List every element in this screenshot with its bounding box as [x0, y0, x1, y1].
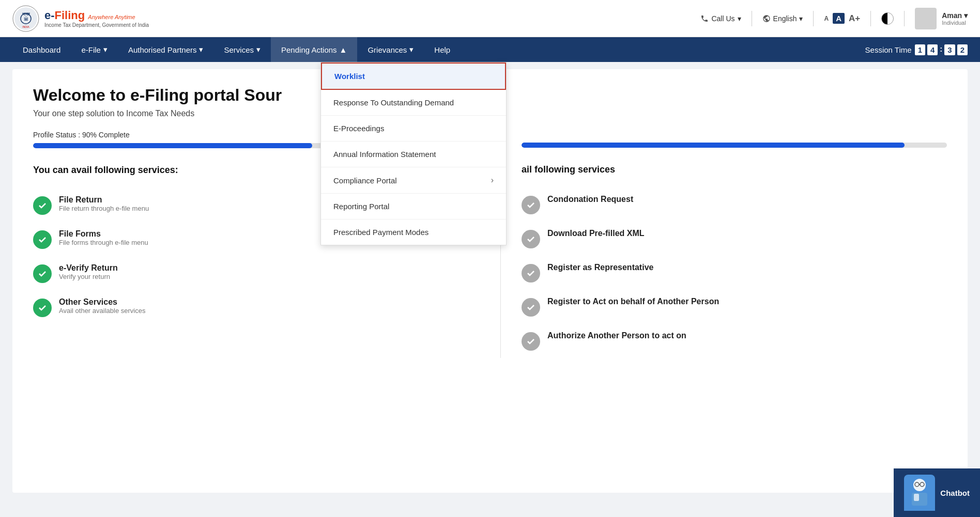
service-desc-4: Avail other available services — [59, 307, 145, 315]
service-desc-2: File forms through e-file menu — [59, 239, 148, 246]
progress-bar — [33, 143, 343, 148]
service-condonation: Condonation Request — [522, 187, 947, 222]
dropdown-item-annual-info[interactable]: Annual Information Statement — [321, 142, 506, 167]
font-large-button[interactable]: A+ — [849, 13, 860, 24]
session-digits: 1 4 : 3 2 — [915, 44, 968, 55]
dropdown-item-outstanding-demand[interactable]: Response To Outstanding Demand — [321, 90, 506, 116]
dropdown-item-worklist[interactable]: Worklist — [321, 62, 506, 90]
svg-rect-8 — [914, 494, 919, 501]
divider-4 — [904, 11, 905, 26]
svg-text:INDIA: INDIA — [22, 25, 29, 28]
service-other: Other Services Avail other available ser… — [33, 290, 480, 324]
session-digit-2: 4 — [927, 44, 938, 55]
service-check-icon-r5 — [522, 332, 540, 351]
service-check-icon-r2 — [522, 230, 540, 248]
right-column: ail following services Condonation Reque… — [500, 86, 947, 358]
service-name-2: File Forms — [59, 229, 148, 239]
progress-bar-fill — [33, 143, 312, 148]
service-name-4: Other Services — [59, 297, 145, 307]
nav-help[interactable]: Help — [424, 37, 461, 62]
nav-grievances[interactable]: Grievances ▾ — [357, 37, 424, 62]
service-name-r1: Condonation Request — [547, 195, 633, 204]
svg-text:🏛: 🏛 — [24, 17, 28, 22]
nav-services[interactable]: Services ▾ — [213, 37, 271, 62]
service-download-xml: Download Pre-filled XML — [522, 222, 947, 256]
call-us-button[interactable]: Call Us ▾ — [700, 14, 741, 23]
service-everify: e-Verify Return Verify your return — [33, 256, 480, 290]
logo-text: e-Filing Anywhere Anytime Income Tax Dep… — [44, 9, 149, 28]
service-check-icon-2 — [33, 230, 52, 249]
service-check-icon-3 — [33, 264, 52, 283]
service-authorize: Authorize Another Person to act on — [522, 324, 947, 358]
nav-authorised-partners[interactable]: Authorised Partners ▾ — [118, 37, 214, 62]
dropdown-item-reporting-portal[interactable]: Reporting Portal — [321, 194, 506, 220]
service-name-r3: Register as Representative — [547, 263, 653, 272]
logo-subtitle: Income Tax Department, Government of Ind… — [44, 22, 149, 28]
font-controls: A A A+ — [824, 13, 860, 24]
service-name-r2: Download Pre-filled XML — [547, 229, 645, 238]
user-type: Individual — [942, 20, 968, 26]
service-register-behalf: Register to Act on behalf of Another Per… — [522, 290, 947, 324]
service-check-icon-1 — [33, 196, 52, 215]
dropdown-item-prescribed-payment[interactable]: Prescribed Payment Modes — [321, 220, 506, 245]
compliance-portal-arrow: › — [491, 176, 494, 185]
avatar — [915, 8, 937, 29]
navbar: Dashboard e-File ▾ Authorised Partners ▾… — [0, 37, 980, 62]
pending-actions-dropdown: Worklist Response To Outstanding Demand … — [320, 62, 507, 245]
session-digit-4: 2 — [957, 44, 968, 55]
dropdown-item-eproceedings[interactable]: E-Proceedings — [321, 116, 506, 142]
language-selector[interactable]: English ▾ — [762, 14, 803, 23]
right-services-list: Condonation Request Download Pre-filled … — [522, 187, 947, 358]
service-check-icon-r3 — [522, 264, 540, 283]
divider-2 — [813, 11, 814, 26]
user-info: Aman ▾ Individual — [942, 11, 968, 26]
right-progress-fill — [522, 143, 905, 148]
service-name-3: e-Verify Return — [59, 263, 118, 273]
service-desc-3: Verify your return — [59, 273, 118, 280]
chatbot-label: Chatbot — [940, 489, 970, 497]
service-name-r4: Register to Act on behalf of Another Per… — [547, 297, 719, 306]
font-medium-button[interactable]: A — [833, 13, 845, 24]
session-timer: Session Time 1 4 : 3 2 — [865, 44, 968, 55]
contrast-toggle[interactable] — [881, 12, 894, 25]
service-name-r5: Authorize Another Person to act on — [547, 331, 686, 340]
nav-dashboard[interactable]: Dashboard — [12, 37, 71, 62]
language-label: English — [773, 14, 797, 23]
call-us-label: Call Us — [711, 14, 734, 23]
emblem-icon: भारत 🏛 INDIA — [12, 5, 39, 32]
font-small-button[interactable]: A — [824, 15, 829, 22]
divider-3 — [870, 11, 871, 26]
user-area[interactable]: Aman ▾ Individual — [915, 8, 968, 29]
chatbot-avatar — [904, 475, 935, 511]
session-digit-1: 1 — [915, 44, 925, 55]
service-desc-1: File return through e-file menu — [59, 205, 149, 212]
service-check-icon-r1 — [522, 196, 540, 214]
service-check-icon-4 — [33, 299, 52, 317]
header-actions: Call Us ▾ English ▾ A A A+ Aman ▾ In — [700, 8, 968, 29]
phone-icon — [700, 14, 709, 23]
session-digit-3: 3 — [944, 44, 955, 55]
header: भारत 🏛 INDIA e-Filing Anywhere Anytime I… — [0, 0, 980, 37]
dropdown-item-compliance-portal[interactable]: Compliance Portal › — [321, 167, 506, 194]
service-register-rep: Register as Representative — [522, 256, 947, 290]
logo-area: भारत 🏛 INDIA e-Filing Anywhere Anytime I… — [12, 5, 157, 32]
nav-efile[interactable]: e-File ▾ — [71, 37, 118, 62]
right-progress-bar — [522, 143, 947, 148]
nav-pending-actions[interactable]: Pending Actions ▲ — [271, 37, 357, 62]
service-check-icon-r4 — [522, 298, 540, 317]
user-name: Aman ▾ — [942, 11, 968, 20]
globe-icon — [762, 14, 771, 23]
chatbot-button[interactable]: Chatbot — [894, 468, 980, 517]
divider-1 — [752, 11, 752, 26]
right-services-title: ail following services — [522, 164, 947, 175]
service-name-1: File Return — [59, 195, 149, 205]
language-chevron: ▾ — [799, 14, 803, 23]
chatbot-icon — [907, 477, 932, 508]
call-us-chevron: ▾ — [738, 14, 741, 23]
